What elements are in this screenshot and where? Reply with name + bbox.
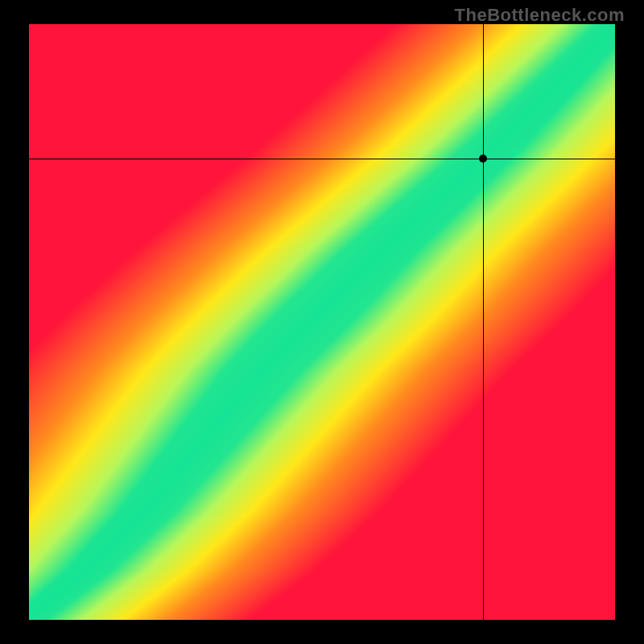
heatmap-plot xyxy=(29,24,615,620)
heatmap-canvas xyxy=(29,24,615,620)
chart-stage: TheBottleneck.com xyxy=(0,0,644,644)
watermark-text: TheBottleneck.com xyxy=(455,5,625,26)
